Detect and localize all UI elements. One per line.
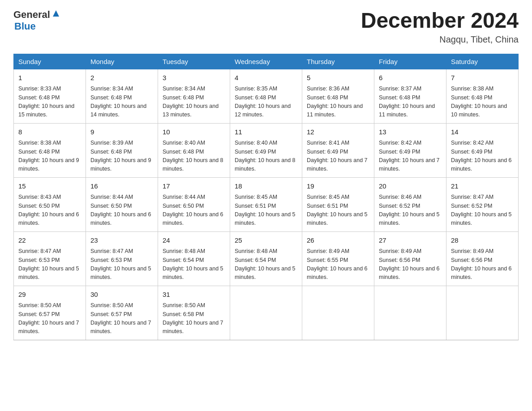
day-info: Sunrise: 8:34 AMSunset: 6:48 PMDaylight:… bbox=[90, 85, 153, 120]
week-row-4: 22Sunrise: 8:47 AMSunset: 6:53 PMDayligh… bbox=[14, 231, 519, 286]
calendar-cell bbox=[302, 286, 374, 340]
day-number: 13 bbox=[379, 127, 442, 137]
calendar-cell: 9Sunrise: 8:39 AMSunset: 6:48 PMDaylight… bbox=[86, 123, 158, 177]
calendar-cell: 3Sunrise: 8:34 AMSunset: 6:48 PMDaylight… bbox=[158, 69, 230, 123]
calendar-cell: 10Sunrise: 8:40 AMSunset: 6:48 PMDayligh… bbox=[158, 123, 230, 177]
calendar-cell: 7Sunrise: 8:38 AMSunset: 6:48 PMDaylight… bbox=[446, 69, 519, 123]
calendar-cell: 5Sunrise: 8:36 AMSunset: 6:48 PMDaylight… bbox=[302, 69, 374, 123]
calendar-cell: 12Sunrise: 8:41 AMSunset: 6:49 PMDayligh… bbox=[302, 123, 374, 177]
day-info: Sunrise: 8:45 AMSunset: 6:51 PMDaylight:… bbox=[235, 193, 297, 228]
calendar-cell: 8Sunrise: 8:38 AMSunset: 6:48 PMDaylight… bbox=[14, 123, 86, 177]
day-info: Sunrise: 8:47 AMSunset: 6:52 PMDaylight:… bbox=[451, 193, 514, 228]
day-number: 21 bbox=[451, 181, 514, 192]
day-info: Sunrise: 8:47 AMSunset: 6:53 PMDaylight:… bbox=[90, 247, 153, 282]
col-header-wednesday: Wednesday bbox=[230, 54, 302, 69]
calendar-cell: 17Sunrise: 8:44 AMSunset: 6:50 PMDayligh… bbox=[158, 177, 230, 231]
svg-marker-0 bbox=[53, 10, 59, 17]
calendar-cell: 11Sunrise: 8:40 AMSunset: 6:49 PMDayligh… bbox=[230, 123, 302, 177]
day-number: 17 bbox=[163, 181, 225, 192]
day-info: Sunrise: 8:50 AMSunset: 6:57 PMDaylight:… bbox=[18, 301, 81, 336]
calendar-cell: 21Sunrise: 8:47 AMSunset: 6:52 PMDayligh… bbox=[446, 177, 519, 231]
title-section: December 2024 Nagqu, Tibet, China bbox=[361, 9, 519, 45]
day-info: Sunrise: 8:43 AMSunset: 6:50 PMDaylight:… bbox=[18, 193, 81, 228]
week-row-3: 15Sunrise: 8:43 AMSunset: 6:50 PMDayligh… bbox=[14, 177, 519, 231]
calendar-cell: 24Sunrise: 8:48 AMSunset: 6:54 PMDayligh… bbox=[158, 231, 230, 286]
day-number: 11 bbox=[235, 127, 297, 137]
day-info: Sunrise: 8:50 AMSunset: 6:58 PMDaylight:… bbox=[163, 301, 225, 336]
calendar-cell: 18Sunrise: 8:45 AMSunset: 6:51 PMDayligh… bbox=[230, 177, 302, 231]
logo-general-text: General bbox=[13, 9, 50, 21]
day-number: 24 bbox=[163, 235, 225, 246]
calendar-cell: 13Sunrise: 8:42 AMSunset: 6:49 PMDayligh… bbox=[374, 123, 446, 177]
calendar-cell: 15Sunrise: 8:43 AMSunset: 6:50 PMDayligh… bbox=[14, 177, 86, 231]
calendar-cell: 25Sunrise: 8:48 AMSunset: 6:54 PMDayligh… bbox=[230, 231, 302, 286]
day-number: 18 bbox=[235, 181, 297, 192]
calendar-cell: 22Sunrise: 8:47 AMSunset: 6:53 PMDayligh… bbox=[14, 231, 86, 286]
day-number: 1 bbox=[18, 73, 81, 83]
day-number: 7 bbox=[451, 73, 514, 83]
day-info: Sunrise: 8:44 AMSunset: 6:50 PMDaylight:… bbox=[163, 193, 225, 228]
day-number: 6 bbox=[379, 73, 442, 83]
day-info: Sunrise: 8:39 AMSunset: 6:48 PMDaylight:… bbox=[90, 139, 153, 174]
day-number: 30 bbox=[90, 290, 153, 300]
day-number: 12 bbox=[307, 127, 369, 137]
day-info: Sunrise: 8:49 AMSunset: 6:56 PMDaylight:… bbox=[451, 247, 514, 282]
day-number: 28 bbox=[451, 235, 514, 246]
calendar-cell: 4Sunrise: 8:35 AMSunset: 6:48 PMDaylight… bbox=[230, 69, 302, 123]
calendar-cell: 29Sunrise: 8:50 AMSunset: 6:57 PMDayligh… bbox=[14, 286, 86, 340]
day-number: 26 bbox=[307, 235, 369, 246]
day-info: Sunrise: 8:35 AMSunset: 6:48 PMDaylight:… bbox=[235, 85, 297, 120]
calendar-cell: 2Sunrise: 8:34 AMSunset: 6:48 PMDaylight… bbox=[86, 69, 158, 123]
day-info: Sunrise: 8:50 AMSunset: 6:57 PMDaylight:… bbox=[90, 301, 153, 336]
week-row-5: 29Sunrise: 8:50 AMSunset: 6:57 PMDayligh… bbox=[14, 286, 519, 340]
day-number: 9 bbox=[90, 127, 153, 137]
day-info: Sunrise: 8:46 AMSunset: 6:52 PMDaylight:… bbox=[379, 193, 442, 228]
col-header-friday: Friday bbox=[374, 54, 446, 69]
week-row-2: 8Sunrise: 8:38 AMSunset: 6:48 PMDaylight… bbox=[14, 123, 519, 177]
calendar-cell: 14Sunrise: 8:42 AMSunset: 6:49 PMDayligh… bbox=[446, 123, 519, 177]
day-number: 4 bbox=[235, 73, 297, 83]
day-info: Sunrise: 8:44 AMSunset: 6:50 PMDaylight:… bbox=[90, 193, 153, 228]
day-info: Sunrise: 8:42 AMSunset: 6:49 PMDaylight:… bbox=[451, 139, 514, 174]
day-number: 20 bbox=[379, 181, 442, 192]
day-info: Sunrise: 8:47 AMSunset: 6:53 PMDaylight:… bbox=[18, 247, 81, 282]
day-number: 29 bbox=[18, 290, 81, 300]
day-number: 10 bbox=[163, 127, 225, 137]
day-info: Sunrise: 8:34 AMSunset: 6:48 PMDaylight:… bbox=[163, 85, 225, 120]
col-header-sunday: Sunday bbox=[14, 54, 86, 69]
calendar-cell: 16Sunrise: 8:44 AMSunset: 6:50 PMDayligh… bbox=[86, 177, 158, 231]
day-info: Sunrise: 8:41 AMSunset: 6:49 PMDaylight:… bbox=[307, 139, 369, 174]
logo: General Blue bbox=[13, 9, 61, 32]
day-number: 2 bbox=[90, 73, 153, 83]
day-info: Sunrise: 8:37 AMSunset: 6:48 PMDaylight:… bbox=[379, 85, 442, 120]
location-title: Nagqu, Tibet, China bbox=[361, 34, 519, 45]
calendar-header-row: SundayMondayTuesdayWednesdayThursdayFrid… bbox=[14, 54, 519, 69]
calendar-cell: 23Sunrise: 8:47 AMSunset: 6:53 PMDayligh… bbox=[86, 231, 158, 286]
page-header: General Blue December 2024 Nagqu, Tibet,… bbox=[13, 9, 519, 45]
day-info: Sunrise: 8:38 AMSunset: 6:48 PMDaylight:… bbox=[451, 85, 514, 120]
day-number: 19 bbox=[307, 181, 369, 192]
calendar-cell: 27Sunrise: 8:49 AMSunset: 6:56 PMDayligh… bbox=[374, 231, 446, 286]
calendar-table: SundayMondayTuesdayWednesdayThursdayFrid… bbox=[13, 54, 519, 340]
col-header-saturday: Saturday bbox=[446, 54, 519, 69]
day-number: 27 bbox=[379, 235, 442, 246]
calendar-cell: 6Sunrise: 8:37 AMSunset: 6:48 PMDaylight… bbox=[374, 69, 446, 123]
calendar-cell: 26Sunrise: 8:49 AMSunset: 6:55 PMDayligh… bbox=[302, 231, 374, 286]
day-info: Sunrise: 8:33 AMSunset: 6:48 PMDaylight:… bbox=[18, 85, 81, 120]
day-info: Sunrise: 8:40 AMSunset: 6:49 PMDaylight:… bbox=[235, 139, 297, 174]
logo-triangle-icon bbox=[51, 9, 61, 18]
week-row-1: 1Sunrise: 8:33 AMSunset: 6:48 PMDaylight… bbox=[14, 69, 519, 123]
day-number: 3 bbox=[163, 73, 225, 83]
day-number: 5 bbox=[307, 73, 369, 83]
col-header-monday: Monday bbox=[86, 54, 158, 69]
day-number: 15 bbox=[18, 181, 81, 192]
day-info: Sunrise: 8:48 AMSunset: 6:54 PMDaylight:… bbox=[235, 247, 297, 282]
calendar-cell bbox=[374, 286, 446, 340]
day-info: Sunrise: 8:38 AMSunset: 6:48 PMDaylight:… bbox=[18, 139, 81, 174]
day-number: 22 bbox=[18, 235, 81, 246]
calendar-cell: 28Sunrise: 8:49 AMSunset: 6:56 PMDayligh… bbox=[446, 231, 519, 286]
day-number: 25 bbox=[235, 235, 297, 246]
calendar-cell: 31Sunrise: 8:50 AMSunset: 6:58 PMDayligh… bbox=[158, 286, 230, 340]
logo-blue-text: Blue bbox=[14, 21, 36, 32]
day-number: 31 bbox=[163, 290, 225, 300]
